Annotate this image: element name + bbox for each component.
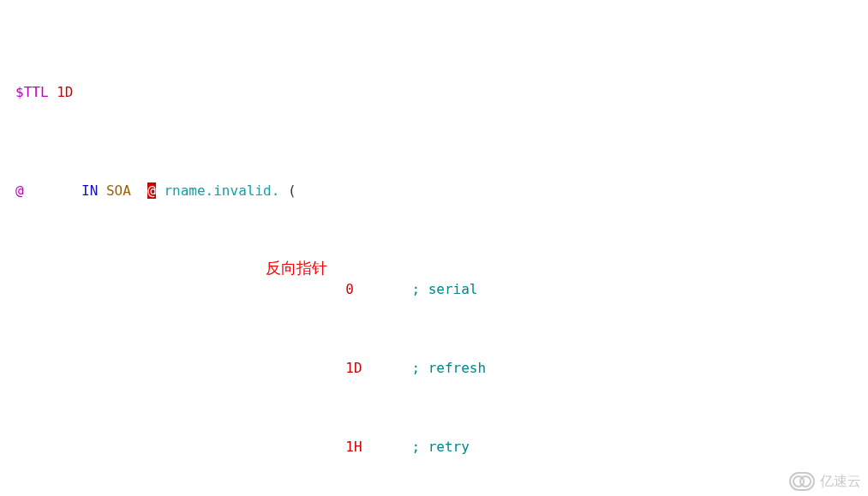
soa-refresh: 1D [345, 360, 362, 376]
zonefile-soa-param-serial: 0 ; serial [15, 279, 868, 299]
zonefile-line-soa: @ IN SOA @ rname.invalid. ( [15, 181, 868, 200]
watermark-icon [789, 472, 815, 491]
ttl-value: 1D [57, 84, 73, 100]
soa-retry-comment: ; retry [411, 439, 469, 455]
soa-rname: rname.invalid. [164, 182, 279, 199]
zonefile-line-ttl: $TTL 1D [15, 82, 868, 102]
ttl-keyword: $TTL [15, 84, 49, 100]
soa-retry: 1H [345, 439, 362, 455]
soa-refresh-comment: ; refresh [411, 360, 486, 376]
vim-editor-viewport[interactable]: $TTL 1D @ IN SOA @ rname.invalid. ( 0 ; … [0, 0, 868, 496]
zonefile-soa-param-refresh: 1D ; refresh [15, 358, 868, 378]
annotation-label: 反向指针 [266, 259, 327, 278]
soa-serial-comment: ; serial [411, 281, 477, 297]
watermark: 亿速云 [789, 471, 861, 491]
watermark-text: 亿速云 [820, 471, 861, 491]
soa-type: SOA [106, 182, 131, 199]
zonefile-soa-param-retry: 1H ; retry [15, 437, 868, 457]
soa-origin: @ [15, 182, 24, 199]
soa-open-paren: ( [288, 182, 296, 199]
soa-serial: 0 [345, 281, 354, 297]
soa-mname: @ [147, 182, 156, 199]
soa-class: IN [81, 182, 98, 199]
